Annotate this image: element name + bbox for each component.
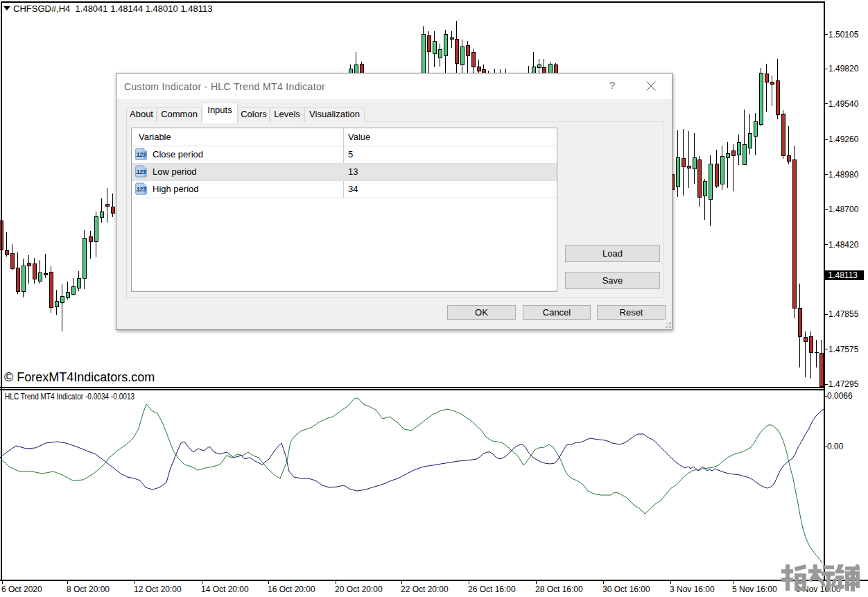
svg-text:123: 123: [136, 151, 146, 158]
svg-text:123: 123: [136, 168, 146, 175]
svg-text:123: 123: [136, 186, 146, 193]
